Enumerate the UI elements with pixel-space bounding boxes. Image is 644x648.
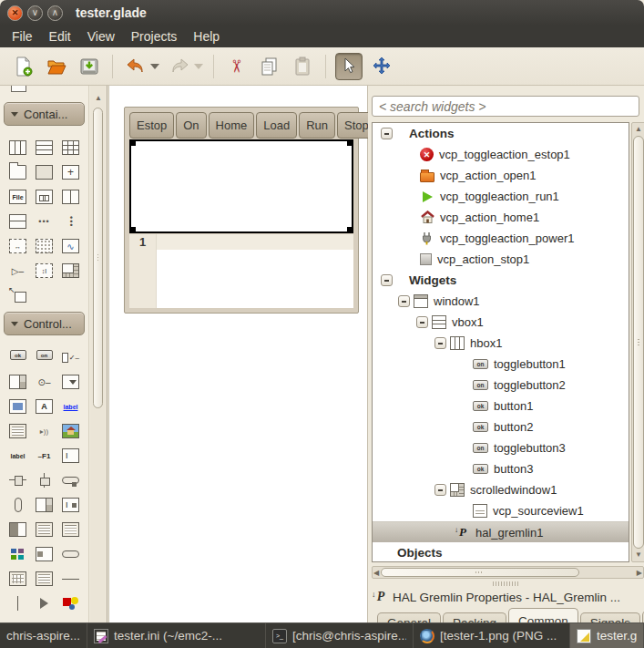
scroll-right-icon[interactable]: ▶ bbox=[637, 568, 642, 577]
tree-row-widget[interactable]: window1 bbox=[373, 291, 629, 312]
linkbutton-icon[interactable]: label bbox=[62, 399, 79, 414]
maximize-window-icon[interactable]: ∧ bbox=[47, 5, 63, 21]
tree-row-widget[interactable]: on togglebutton2 bbox=[373, 375, 629, 396]
scroll-left-icon[interactable]: ◀ bbox=[373, 568, 379, 577]
hscale-icon[interactable] bbox=[9, 473, 26, 488]
collapse-expander-icon[interactable] bbox=[416, 316, 428, 328]
tree-row-action[interactable]: vcp_action_open1 bbox=[373, 165, 629, 186]
togglebutton-widget-icon[interactable]: on bbox=[36, 350, 53, 360]
tree-row-widget[interactable]: hbox1 bbox=[373, 333, 629, 354]
designed-button-home[interactable]: Home bbox=[209, 112, 255, 139]
scrolledwindow-icon[interactable] bbox=[62, 263, 79, 278]
designed-sourceview[interactable]: 1 bbox=[129, 234, 353, 308]
image-widget-icon[interactable] bbox=[62, 424, 79, 438]
close-window-icon[interactable]: ✕ bbox=[7, 5, 23, 21]
alignment-icon[interactable] bbox=[36, 165, 53, 180]
designed-togglebutton-estop[interactable]: Estop bbox=[129, 112, 174, 139]
design-canvas[interactable]: Estop On Home Load Run Stop 1 bbox=[108, 86, 368, 622]
textview-header-icon[interactable] bbox=[62, 522, 79, 537]
designed-togglebutton-on[interactable]: On bbox=[176, 112, 206, 139]
viewport-icon[interactable] bbox=[36, 239, 53, 253]
tree-row-widget[interactable]: on togglebutton3 bbox=[373, 437, 629, 458]
checkbutton-icon[interactable] bbox=[62, 350, 79, 365]
vbox-dotted-icon[interactable]: ↕I bbox=[36, 263, 53, 278]
minimize-window-icon[interactable]: ∨ bbox=[27, 5, 43, 21]
expander-widget-icon[interactable]: ▷– bbox=[9, 263, 26, 278]
new-project-button[interactable] bbox=[10, 53, 37, 80]
taskbar-item-firefox[interactable]: [tester-1.png (PNG ... bbox=[414, 623, 570, 648]
tree-row-widget-selected[interactable]: P hal_gremlin1 bbox=[373, 521, 629, 542]
fontbutton-icon[interactable]: A bbox=[36, 399, 53, 414]
arrow-widget-icon[interactable] bbox=[36, 596, 53, 611]
vscrollbar-icon[interactable] bbox=[15, 498, 22, 512]
tree-group-widgets[interactable]: Widgets bbox=[373, 270, 629, 291]
selection-handle[interactable] bbox=[129, 227, 136, 233]
scroll-down-icon[interactable]: ▼ bbox=[633, 550, 644, 561]
tree-group-actions[interactable]: Actions bbox=[373, 123, 629, 144]
progressbar-icon[interactable] bbox=[36, 547, 53, 561]
menu-edit[interactable]: Edit bbox=[41, 27, 79, 46]
tree-vertical-scrollbar[interactable]: ▲ ▼ bbox=[631, 122, 644, 562]
hbuttonbox-icon[interactable]: ••• bbox=[36, 214, 53, 229]
palette-section-containers[interactable]: Contai... bbox=[4, 102, 85, 126]
designed-hal-gremlin-selected[interactable] bbox=[129, 139, 353, 233]
pane-resize-handle[interactable] bbox=[493, 581, 520, 586]
copy-button[interactable] bbox=[256, 53, 283, 80]
tree-row-widget[interactable]: scrolledwindow1 bbox=[373, 479, 629, 500]
statusbar-icon[interactable] bbox=[9, 424, 26, 438]
notebook-pages-icon[interactable] bbox=[36, 190, 53, 204]
search-widgets-input[interactable] bbox=[372, 96, 639, 117]
combobox-icon[interactable] bbox=[62, 375, 79, 389]
tree-row-widget[interactable]: vbox1 bbox=[373, 312, 629, 333]
cut-button[interactable]: ✂ bbox=[223, 53, 250, 80]
tree-row-action[interactable]: vcp_action_home1 bbox=[373, 207, 629, 228]
hscrollbar-icon[interactable] bbox=[62, 477, 79, 484]
drag-resize-mode-button[interactable] bbox=[368, 53, 395, 80]
collapse-expander-icon[interactable] bbox=[434, 484, 446, 496]
selection-handle[interactable] bbox=[129, 139, 136, 146]
open-project-button[interactable] bbox=[43, 53, 70, 80]
sourceview-text-area[interactable] bbox=[157, 234, 353, 308]
volumebutton-icon[interactable]: ▸)) bbox=[36, 424, 53, 438]
hbox-icon[interactable] bbox=[9, 140, 26, 155]
undo-dropdown-icon[interactable] bbox=[150, 64, 159, 69]
collapse-expander-icon[interactable] bbox=[398, 295, 410, 307]
button-widget-icon[interactable]: ok bbox=[10, 350, 26, 360]
palette-section-controls[interactable]: Control... bbox=[4, 312, 85, 335]
radiobutton-icon[interactable]: ⊙– bbox=[36, 375, 53, 389]
label-widget-icon[interactable]: label bbox=[9, 448, 26, 463]
calendar-icon[interactable] bbox=[9, 571, 26, 586]
notebook-icon[interactable]: ∿ bbox=[62, 239, 79, 253]
textview-icon[interactable] bbox=[36, 522, 53, 537]
hpaned-icon[interactable] bbox=[62, 190, 79, 204]
tree-group-objects[interactable]: Objects bbox=[373, 542, 629, 562]
tree-row-widget[interactable]: on togglebutton1 bbox=[373, 354, 629, 375]
scroll-up-icon[interactable]: ▲ bbox=[633, 124, 644, 135]
menu-view[interactable]: View bbox=[79, 27, 123, 46]
collapse-expander-icon[interactable] bbox=[434, 337, 446, 349]
accellabel-icon[interactable]: –F1 bbox=[36, 448, 53, 463]
tree-row-action[interactable]: vcp_action_stop1 bbox=[373, 249, 629, 270]
frame-icon[interactable] bbox=[9, 165, 26, 180]
hseparator-pill-icon[interactable] bbox=[62, 550, 79, 558]
designed-hbox1[interactable]: Estop On Home Load Run Stop bbox=[129, 112, 353, 139]
treeview-icon[interactable] bbox=[36, 571, 53, 586]
spinbutton2-icon[interactable] bbox=[36, 498, 53, 512]
palette-scrollbar-thumb[interactable] bbox=[93, 108, 103, 408]
taskbar-item-gedit[interactable]: tester.ini (~/emc2-... bbox=[87, 623, 266, 648]
collapse-expander-icon[interactable] bbox=[381, 274, 393, 286]
fixed-icon[interactable] bbox=[62, 165, 79, 180]
hpaned2-icon[interactable] bbox=[9, 522, 26, 537]
layout-icon[interactable] bbox=[15, 292, 26, 303]
tree-row-widget[interactable]: ok button2 bbox=[373, 417, 629, 437]
tree-hscrollbar-thumb[interactable] bbox=[381, 568, 579, 577]
vpaned-icon[interactable] bbox=[9, 214, 26, 229]
spinbutton-icon[interactable] bbox=[9, 375, 26, 389]
tree-row-action[interactable]: vcp_toggleaction_power1 bbox=[373, 228, 629, 249]
selection-handle[interactable] bbox=[347, 227, 353, 233]
textentry-icon[interactable] bbox=[62, 448, 79, 463]
paste-button[interactable] bbox=[289, 53, 316, 80]
collapse-expander-icon[interactable] bbox=[381, 128, 393, 139]
undo-button[interactable] bbox=[122, 53, 149, 80]
tree-row-widget[interactable]: ok button1 bbox=[373, 396, 629, 417]
